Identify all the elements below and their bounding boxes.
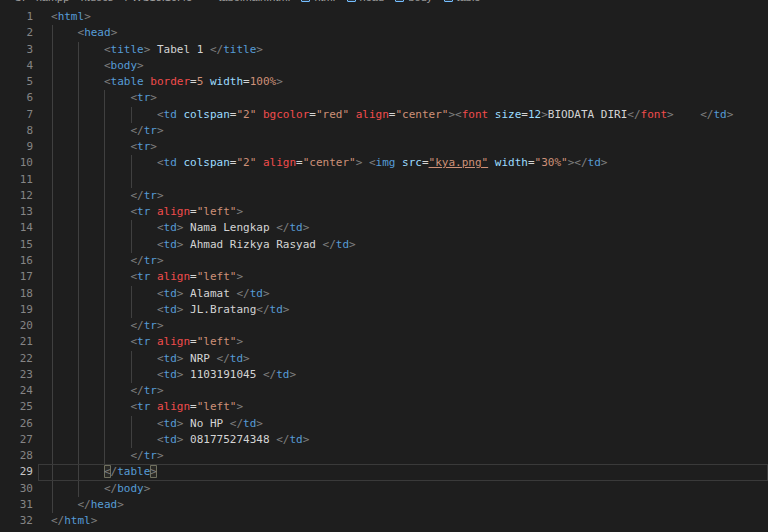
code-line[interactable]: 9 <tr> xyxy=(0,139,768,155)
breadcrumb-item-htdocs[interactable]: htdocs xyxy=(81,0,113,3)
linked-path-token[interactable]: "kya.png" xyxy=(429,156,489,169)
line-number[interactable]: 30 xyxy=(0,481,33,497)
code-line[interactable]: 15 <td> Ahmad Rizkya Rasyad </td> xyxy=(0,237,768,253)
breadcrumb-item-c[interactable]: C: xyxy=(14,0,25,3)
code-line[interactable]: 18 <td> Alamat </td> xyxy=(0,286,768,302)
line-number[interactable]: 20 xyxy=(0,318,33,334)
code-token: > xyxy=(303,221,310,234)
code-line-content: </tr> xyxy=(33,448,768,464)
line-number[interactable]: 13 xyxy=(0,204,33,220)
code-line[interactable]: 14 <td> Nama Lengkap </td> xyxy=(0,220,768,236)
line-number[interactable]: 14 xyxy=(0,220,33,236)
code-token: "center" xyxy=(303,156,356,169)
code-line[interactable]: 3 <title> Tabel 1 </title> xyxy=(0,42,768,58)
breadcrumb-item-pws181045[interactable]: PWS18.10.45 xyxy=(124,0,192,3)
code-token: Nama Lengkap xyxy=(183,221,276,234)
breadcrumb-symbol-table[interactable]: table xyxy=(444,0,481,3)
code-token: tr xyxy=(144,124,157,137)
code-line-content: </tr> xyxy=(33,383,768,399)
code-line[interactable]: 10 <td colspan="2" align="center"> <img … xyxy=(0,155,768,171)
html-file-icon: <> xyxy=(204,0,215,2)
bracket-match-highlight: < xyxy=(104,465,111,478)
code-token xyxy=(256,156,263,169)
line-number[interactable]: 19 xyxy=(0,302,33,318)
code-line[interactable]: 5 <table border=5 width=100%> xyxy=(0,74,768,90)
code-line[interactable]: 28 </tr> xyxy=(0,448,768,464)
code-line[interactable]: 25 <tr align="left"> xyxy=(0,399,768,415)
code-line[interactable]: 22 <td> NRP </td> xyxy=(0,351,768,367)
breadcrumb-item-file[interactable]: <>tabelmain.html xyxy=(204,0,290,3)
code-line[interactable]: 31 </head> xyxy=(0,497,768,513)
line-number[interactable]: 23 xyxy=(0,367,33,383)
code-token: < xyxy=(157,303,164,316)
line-number[interactable]: 7 xyxy=(0,107,33,123)
code-line-content: <td colspan="2" align="center"> <img src… xyxy=(33,155,768,171)
line-number[interactable]: 6 xyxy=(0,90,33,106)
line-number[interactable]: 31 xyxy=(0,497,33,513)
line-number[interactable]: 15 xyxy=(0,237,33,253)
code-token xyxy=(203,75,210,88)
code-line-content: <tr align="left"> xyxy=(33,269,768,285)
breadcrumb-separator: › xyxy=(290,0,301,3)
code-token: tr xyxy=(137,270,150,283)
code-line[interactable]: 21 <tr align="left"> xyxy=(0,334,768,350)
line-number[interactable]: 11 xyxy=(0,172,33,188)
code-line[interactable]: 13 <tr align="left"> xyxy=(0,204,768,220)
breadcrumb-symbol-html[interactable]: html xyxy=(301,0,335,3)
line-number[interactable]: 16 xyxy=(0,253,33,269)
line-number[interactable]: 10 xyxy=(0,155,33,171)
code-line[interactable]: 30 </body> xyxy=(0,481,768,497)
code-line[interactable]: 6 <tr> xyxy=(0,90,768,106)
line-number[interactable]: 2 xyxy=(0,25,33,41)
code-line-content: </body> xyxy=(33,481,768,497)
code-line[interactable]: 24 </tr> xyxy=(0,383,768,399)
code-token: > xyxy=(236,400,243,413)
code-token: > xyxy=(256,417,263,430)
line-number[interactable]: 12 xyxy=(0,188,33,204)
code-line[interactable]: 20 </tr> xyxy=(0,318,768,334)
code-line[interactable]: 12 </tr> xyxy=(0,188,768,204)
breadcrumb-item-xampp[interactable]: xampp xyxy=(36,0,69,3)
code-line[interactable]: 1<html> xyxy=(0,9,768,25)
code-token: "center" xyxy=(395,108,448,121)
code-line[interactable]: 17 <tr align="left"> xyxy=(0,269,768,285)
code-line[interactable]: 8 </tr> xyxy=(0,123,768,139)
code-line-content: <tr align="left"> xyxy=(33,334,768,350)
code-line[interactable]: 4 <body> xyxy=(0,58,768,74)
code-line[interactable]: 23 <td> 1103191045 </td> xyxy=(0,367,768,383)
code-token: Ahmad Rizkya Rasyad xyxy=(183,238,322,251)
line-number[interactable]: 28 xyxy=(0,448,33,464)
line-number[interactable]: 22 xyxy=(0,351,33,367)
line-number[interactable]: 5 xyxy=(0,74,33,90)
line-number[interactable]: 4 xyxy=(0,58,33,74)
line-number[interactable]: 26 xyxy=(0,416,33,432)
line-number[interactable]: 18 xyxy=(0,286,33,302)
code-line[interactable]: 26 <td> No HP </td> xyxy=(0,416,768,432)
code-token: td xyxy=(230,352,243,365)
code-line[interactable]: 7 <td colspan="2" bgcolor="red" align="c… xyxy=(0,107,768,123)
line-number[interactable]: 24 xyxy=(0,383,33,399)
code-token: colspan xyxy=(183,108,229,121)
breadcrumb-symbol-body[interactable]: body xyxy=(395,0,432,3)
line-number[interactable]: 27 xyxy=(0,432,33,448)
code-line[interactable]: 2 <head> xyxy=(0,25,768,41)
line-number[interactable]: 9 xyxy=(0,139,33,155)
code-line[interactable]: 16 </tr> xyxy=(0,253,768,269)
code-line[interactable]: 27 <td> 081775274348 </td> xyxy=(0,432,768,448)
breadcrumb-symbol-head[interactable]: head xyxy=(347,0,384,3)
line-number[interactable]: 17 xyxy=(0,269,33,285)
code-token: > xyxy=(157,384,164,397)
code-line[interactable]: 29 </table> xyxy=(0,464,768,480)
line-number[interactable]: 8 xyxy=(0,123,33,139)
code-line[interactable]: 32</html> xyxy=(0,513,768,529)
line-number[interactable]: 21 xyxy=(0,334,33,350)
code-token: </ xyxy=(217,352,230,365)
code-token: td xyxy=(164,221,177,234)
code-line[interactable]: 19 <td> JL.Bratang</td> xyxy=(0,302,768,318)
line-number[interactable]: 29 xyxy=(0,464,33,480)
line-number[interactable]: 25 xyxy=(0,399,33,415)
line-number[interactable]: 32 xyxy=(0,513,33,529)
line-number[interactable]: 1 xyxy=(0,9,33,25)
code-line[interactable]: 11 xyxy=(0,172,768,188)
line-number[interactable]: 3 xyxy=(0,42,33,58)
